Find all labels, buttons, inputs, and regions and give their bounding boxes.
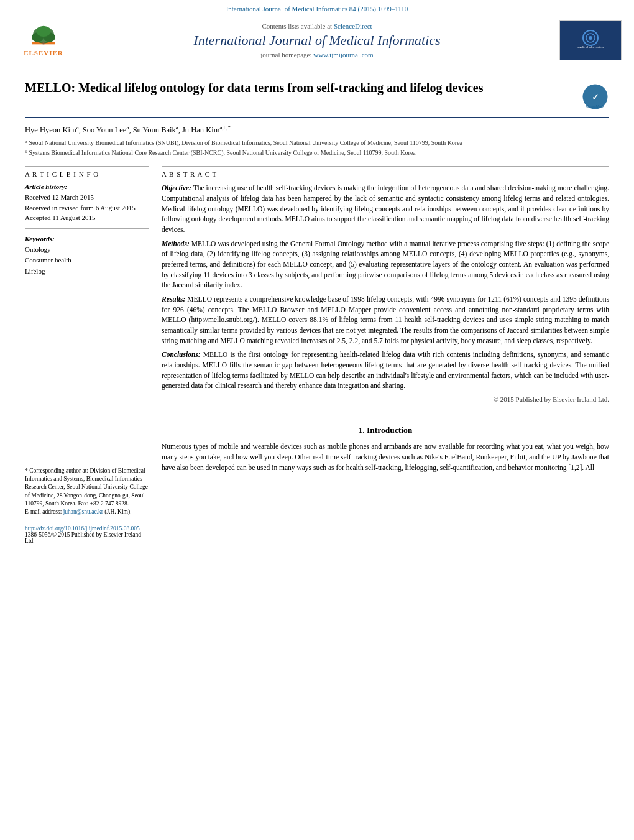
journal-cover-icon: medical informatics [572,27,609,52]
email-line: E-mail address: juhan@snu.ac.kr (J.H. Ki… [25,508,149,516]
article-main-title: MELLO: Medical lifelog ontology for data… [25,80,581,96]
svg-point-9 [589,36,592,40]
elsevier-logo: ELSEVIER [12,22,75,59]
journal-citation-line: International Journal of Medical Informa… [12,5,622,12]
conclusions-label: Conclusions: [162,351,201,358]
abstract-text: Objective: The increasing use of health … [162,183,609,405]
crossmark-icon: ✓ CrossMark [581,83,609,111]
keyword-1: Ontology [25,244,149,256]
svg-text:✓: ✓ [592,92,599,102]
journal-logo-right: medical informatics [559,20,622,60]
article-history-section: Article history: Received 12 March 2015 … [25,183,149,229]
footnote-text: * Corresponding author at: Division of B… [25,467,149,517]
email-link[interactable]: juhan@snu.ac.kr [63,509,103,515]
objective-text: The increasing use of health self-tracki… [162,184,609,233]
intro-text: Numerous types of mobile and wearable de… [162,441,609,474]
authors-line: Hye Hyeon Kima, Soo Youn Leea, Su Youn B… [25,124,609,135]
article-area: MELLO: Medical lifelog ontology for data… [0,67,634,556]
authors-text: Hye Hyeon Kima, Soo Youn Leea, Su Youn B… [25,126,231,134]
doi-link[interactable]: http://dx.doi.org/10.1016/j.ijmedinf.201… [25,525,140,532]
journal-center: Contents lists available at ScienceDirec… [75,22,559,58]
section-divider [25,415,609,415]
results-text: MELLO represents a comprehensive knowled… [162,295,609,344]
footnote-divider [25,463,75,463]
article-info-heading: A R T I C L E I N F O [25,170,149,178]
sciencedirect-link[interactable]: ScienceDirect [334,22,372,30]
journal-citation: International Journal of Medical Informa… [226,5,408,12]
contents-line: Contents lists available at ScienceDirec… [75,22,559,30]
abstract-objective: Objective: The increasing use of health … [162,183,609,234]
abstract-methods: Methods: MELLO was developed using the G… [162,239,609,290]
methods-label: Methods: [162,240,190,247]
header-content: ELSEVIER Contents lists available at Sci… [12,16,622,64]
svg-text:medical informatics: medical informatics [577,45,604,49]
keywords-section: Keywords: Ontology Consumer health Lifel… [25,235,149,277]
journal-header: International Journal of Medical Informa… [0,0,634,67]
corresponding-author-note: * Corresponding author at: Division of B… [25,467,149,508]
intro-section-title: 1. Introduction [162,425,609,435]
right-col-intro: 1. Introduction Numerous types of mobile… [162,425,609,544]
copyright-line: © 2015 Published by Elsevier Ireland Ltd… [162,395,609,405]
objective-label: Objective: [162,184,191,192]
article-title-section: MELLO: Medical lifelog ontology for data… [25,80,609,118]
info-dates: Received 12 March 2015 Received in revis… [25,192,149,223]
keywords-list: Ontology Consumer health Lifelog [25,244,149,277]
revised-date: Received in revised form 6 August 2015 [25,203,149,213]
doi-area: http://dx.doi.org/10.1016/j.ijmedinf.201… [25,525,149,544]
elsevier-tree-icon [25,24,62,48]
email-person: (J.H. Kim). [104,509,131,515]
journal-title: International Journal of Medical Informa… [75,32,559,48]
page-wrapper: International Journal of Medical Informa… [0,0,634,840]
svg-text:CrossMark: CrossMark [586,104,605,108]
keywords-label: Keywords: [25,235,149,242]
affiliations: ᵃ Seoul National University Biomedical I… [25,139,609,157]
article-info-abstract: A R T I C L E I N F O Article history: R… [25,166,609,405]
abstract-heading: A B S T R A C T [162,170,609,178]
left-col-intro: * Corresponding author at: Division of B… [25,425,149,544]
history-label: Article history: [25,183,149,190]
received-date: Received 12 March 2015 [25,192,149,203]
affiliation-b: ᵇ Systems Biomedical Informatics Nationa… [25,149,609,157]
email-label: E-mail address: [25,509,62,515]
elsevier-label: ELSEVIER [24,49,63,57]
keyword-3: Lifelog [25,266,149,277]
journal-homepage: journal homepage: www.ijmijournal.com [75,51,559,58]
two-column-section: * Corresponding author at: Division of B… [25,425,609,544]
keyword-2: Consumer health [25,255,149,266]
abstract-col: A B S T R A C T Objective: The increasin… [162,166,609,405]
abstract-results: Results: MELLO represents a comprehensiv… [162,294,609,346]
footnote-area: * Corresponding author at: Division of B… [25,425,149,544]
results-label: Results: [162,295,185,303]
abstract-conclusions: Conclusions: MELLO is the first ontology… [162,349,609,391]
homepage-link[interactable]: www.ijmijournal.com [313,51,373,58]
article-info-col: A R T I C L E I N F O Article history: R… [25,166,149,405]
conclusions-text: MELLO is the first ontology for represen… [162,351,609,389]
issn-text: 1386-5056/© 2015 Published by Elsevier I… [25,532,141,544]
methods-text: MELLO was developed using the General Fo… [162,240,609,289]
svg-point-4 [37,25,51,36]
accepted-date: Accepted 11 August 2015 [25,213,149,223]
affiliation-a: ᵃ Seoul National University Biomedical I… [25,139,609,147]
